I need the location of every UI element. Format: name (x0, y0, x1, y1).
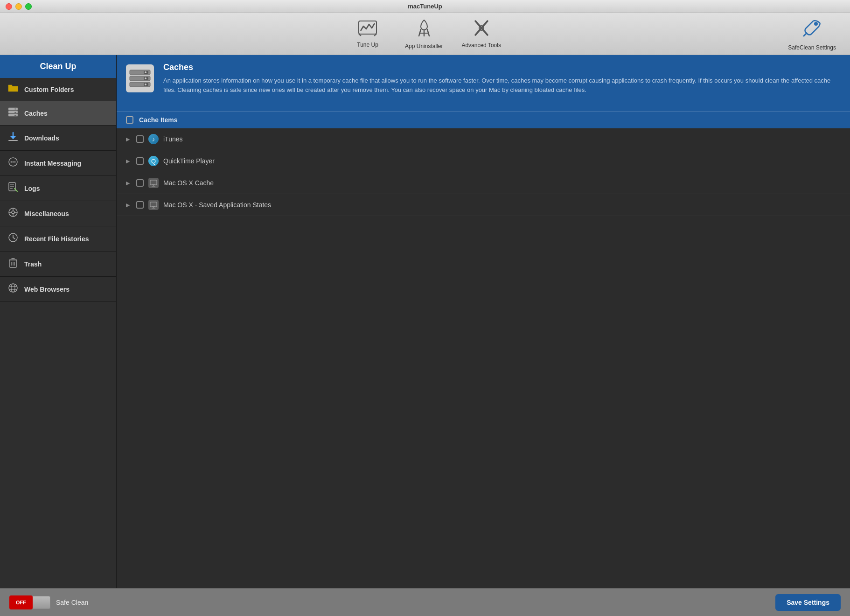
list-items: ▶ ♪ iTunes ▶ Q QuickTime Player ▶ (117, 128, 850, 588)
maximize-button[interactable] (25, 3, 32, 10)
itunes-icon: ♪ (148, 134, 159, 144)
main-window: Clean Up Custom Folders (0, 55, 850, 588)
svg-line-30 (13, 238, 15, 239)
content-header-icon (126, 64, 154, 92)
sidebar-item-trash[interactable]: Trash (0, 252, 116, 277)
svg-rect-8 (8, 111, 18, 113)
quicktime-label: QuickTime Player (163, 157, 215, 165)
tune-up-label: Tune Up (357, 42, 378, 48)
sidebar-item-logs[interactable]: Logs (0, 176, 116, 201)
sidebar-trash-label: Trash (24, 260, 42, 268)
quicktime-icon: Q (148, 156, 159, 166)
sidebar-logs-label: Logs (24, 185, 40, 192)
content-description: An application stores information on how… (163, 76, 841, 95)
minimize-button[interactable] (15, 3, 22, 10)
toolbar-app-uninstaller[interactable]: App Uninstaller (405, 18, 443, 49)
tune-up-icon (358, 20, 377, 39)
miscellaneous-icon (7, 207, 19, 220)
expand-arrow-macos-saved[interactable]: ▶ (126, 202, 132, 208)
logs-icon (7, 182, 19, 195)
sidebar-item-miscellaneous[interactable]: Miscellaneous (0, 201, 116, 226)
svg-rect-11 (14, 112, 16, 113)
trash-icon (7, 258, 19, 270)
sidebar: Clean Up Custom Folders (0, 55, 117, 588)
content-area: Caches An application stores information… (117, 55, 850, 588)
checkbox-itunes[interactable] (136, 135, 144, 143)
svg-rect-9 (8, 114, 18, 116)
sidebar-item-caches[interactable]: Caches (0, 101, 116, 126)
svg-rect-12 (14, 115, 16, 116)
sidebar-item-instant-messaging[interactable]: Instant Messaging (0, 151, 116, 176)
svg-point-36 (9, 284, 17, 292)
svg-point-23 (12, 211, 14, 214)
checkbox-macos-cache[interactable] (136, 179, 144, 187)
sidebar-recent-file-histories-label: Recent File Histories (24, 235, 89, 243)
svg-point-17 (14, 161, 16, 163)
toolbar-safeclean-settings[interactable]: SafeClean Settings (788, 17, 836, 51)
sidebar-item-downloads[interactable]: Downloads (0, 126, 116, 151)
close-button[interactable] (6, 3, 12, 10)
svg-point-16 (13, 161, 14, 163)
svg-rect-10 (14, 109, 16, 110)
caches-icon (7, 107, 19, 119)
macos-saved-states-icon (148, 200, 159, 210)
list-item-macos-saved-states[interactable]: ▶ Mac OS X - Saved Application States (117, 194, 850, 216)
sidebar-miscellaneous-label: Miscellaneous (24, 210, 69, 217)
list-item-macos-cache[interactable]: ▶ Mac OS X Cache (117, 172, 850, 194)
sidebar-title: Clean Up (40, 62, 76, 71)
sidebar-item-recent-file-histories[interactable]: Recent File Histories (0, 226, 116, 252)
svg-point-47 (145, 77, 146, 79)
svg-rect-53 (150, 202, 157, 207)
footer-left: OFF Safe Clean (9, 595, 88, 609)
svg-point-48 (145, 84, 146, 85)
svg-point-15 (11, 161, 12, 163)
list-item-itunes[interactable]: ▶ ♪ iTunes (117, 128, 850, 150)
list-header-label: Cache Items (139, 116, 177, 124)
toolbar-tune-up[interactable]: Tune Up (349, 20, 386, 48)
safeclean-icon (802, 17, 822, 42)
list-header: Cache Items (117, 111, 850, 128)
safe-clean-toggle[interactable]: OFF (9, 595, 33, 609)
sidebar-custom-folders-label: Custom Folders (24, 86, 74, 93)
sidebar-header: Clean Up (0, 55, 116, 78)
downloads-icon (7, 132, 19, 144)
svg-point-46 (145, 71, 146, 73)
safe-clean-toggle-text: OFF (16, 600, 26, 605)
macos-cache-icon (148, 178, 159, 188)
toggle-slider (33, 596, 50, 609)
sidebar-web-browsers-label: Web Browsers (24, 286, 70, 293)
app-uninstaller-icon (414, 18, 434, 41)
itunes-label: iTunes (163, 135, 183, 143)
content-header-text: Caches An application stores information… (163, 63, 841, 95)
toolbar-advanced-tools[interactable]: Advanced Tools (461, 19, 501, 49)
custom-folders-icon (7, 84, 19, 95)
window-title: macTuneUp (408, 3, 442, 10)
list-header-checkbox[interactable] (126, 116, 133, 124)
window-controls (6, 3, 32, 10)
sidebar-instant-messaging-label: Instant Messaging (24, 160, 81, 167)
sidebar-item-web-browsers[interactable]: Web Browsers (0, 277, 116, 302)
app-uninstaller-label: App Uninstaller (405, 43, 443, 49)
checkbox-quicktime[interactable] (136, 157, 144, 165)
title-bar: macTuneUp (0, 0, 850, 13)
expand-arrow-itunes[interactable]: ▶ (126, 136, 132, 142)
web-browsers-icon (7, 283, 19, 295)
macos-cache-label: Mac OS X Cache (163, 179, 214, 187)
toolbar: Tune Up App Uninstaller (0, 13, 850, 55)
advanced-tools-icon (472, 19, 491, 40)
sidebar-downloads-label: Downloads (24, 134, 59, 142)
recent-file-histories-icon (7, 232, 19, 245)
instant-messaging-icon (7, 157, 19, 169)
list-item-quicktime[interactable]: ▶ Q QuickTime Player (117, 150, 850, 172)
advanced-tools-label: Advanced Tools (461, 42, 501, 49)
svg-point-6 (814, 22, 818, 26)
content-header: Caches An application stores information… (117, 55, 850, 111)
sidebar-item-custom-folders[interactable]: Custom Folders (0, 78, 116, 101)
safe-clean-label: Safe Clean (56, 599, 88, 606)
checkbox-macos-saved-states[interactable] (136, 201, 144, 209)
save-settings-button[interactable]: Save Settings (775, 594, 841, 611)
expand-arrow-quicktime[interactable]: ▶ (126, 158, 132, 164)
safeclean-settings-label: SafeClean Settings (788, 44, 836, 51)
expand-arrow-macos-cache[interactable]: ▶ (126, 180, 132, 186)
footer: OFF Safe Clean Save Settings (0, 588, 850, 616)
